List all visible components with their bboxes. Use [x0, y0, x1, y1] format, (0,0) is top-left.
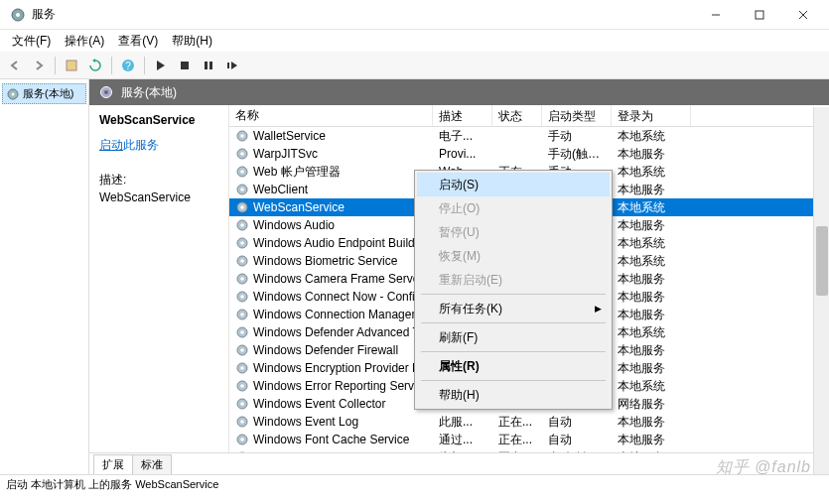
- gear-icon: [235, 397, 249, 411]
- svg-point-34: [240, 277, 244, 281]
- col-logon[interactable]: 登录为: [612, 105, 691, 126]
- context-menu-item[interactable]: 帮助(H): [417, 383, 610, 407]
- tree-root-label: 服务(本地): [23, 86, 73, 101]
- svg-point-50: [240, 420, 244, 424]
- context-menu-item: 停止(O): [417, 196, 610, 220]
- refresh-button[interactable]: [84, 55, 106, 76]
- context-menu-item: 重新启动(E): [417, 268, 610, 292]
- titlebar: 服务: [0, 0, 829, 30]
- service-logon: 本地系统: [612, 128, 691, 145]
- gear-icon: [235, 165, 249, 179]
- help-button[interactable]: ?: [117, 55, 139, 76]
- gear-icon: [235, 290, 249, 304]
- svg-rect-3: [756, 11, 763, 19]
- restart-button[interactable]: [221, 55, 243, 76]
- context-menu-item: 恢复(M): [417, 244, 610, 268]
- window-title: 服务: [32, 6, 56, 23]
- svg-point-44: [240, 366, 244, 370]
- service-logon: 本地服务: [612, 271, 691, 288]
- svg-point-14: [12, 92, 15, 95]
- pause-button[interactable]: [198, 55, 219, 76]
- scrollbar[interactable]: [813, 107, 829, 474]
- service-desc: 此服...: [433, 414, 492, 431]
- back-button[interactable]: [4, 55, 26, 76]
- service-name: Windows Error Reporting Service: [253, 379, 429, 393]
- service-logon: 本地服务: [612, 182, 691, 198]
- service-desc: Provi...: [433, 147, 492, 161]
- service-name: Windows Event Collector: [253, 397, 385, 411]
- svg-rect-11: [209, 62, 212, 69]
- col-desc[interactable]: 描述: [433, 105, 492, 126]
- forward-button[interactable]: [28, 55, 50, 76]
- start-button[interactable]: [150, 55, 172, 76]
- service-logon: 本地服务: [612, 289, 691, 306]
- tab-extended[interactable]: 扩展: [93, 454, 133, 474]
- detail-column: WebScanService 启动此服务 描述: WebScanService: [89, 105, 228, 452]
- close-button[interactable]: [781, 1, 825, 29]
- gear-icon: [235, 361, 249, 375]
- service-row[interactable]: Windows Event Log此服...正在...自动本地服务: [229, 413, 829, 431]
- context-menu-item[interactable]: 所有任务(K)▶: [417, 297, 610, 320]
- service-name: WebClient: [253, 183, 308, 196]
- menu-separator: [421, 380, 606, 381]
- service-row[interactable]: WalletService电子...手动本地系统: [229, 127, 829, 145]
- service-logon: 本地系统: [612, 324, 691, 341]
- gear-icon: [235, 200, 249, 214]
- gear-icon: [235, 379, 249, 393]
- service-logon: 本地服务: [612, 360, 691, 377]
- service-name: Windows Connection Manager: [253, 308, 415, 321]
- tree-root[interactable]: 服务(本地): [2, 83, 86, 104]
- svg-point-16: [104, 90, 108, 94]
- tab-standard[interactable]: 标准: [132, 454, 172, 474]
- stop-button[interactable]: [174, 55, 196, 76]
- service-desc: 通过...: [433, 432, 492, 448]
- svg-point-46: [240, 384, 244, 388]
- menu-view[interactable]: 查看(V): [112, 31, 164, 52]
- panel-header: 服务(本地): [89, 79, 829, 105]
- menu-separator: [421, 294, 606, 295]
- gear-icon: [235, 325, 249, 339]
- maximize-button[interactable]: [738, 1, 781, 29]
- service-name: Windows Camera Frame Server: [253, 272, 423, 286]
- selected-service-name: WebScanService: [99, 113, 218, 127]
- context-menu-item[interactable]: 属性(R): [417, 354, 610, 378]
- gear-icon: [7, 88, 19, 100]
- service-row[interactable]: WarpJITSvcProvi...手动(触发...本地服务: [229, 145, 829, 163]
- service-startup: 手动: [542, 128, 612, 145]
- menu-help[interactable]: 帮助(H): [166, 31, 218, 52]
- context-menu-item[interactable]: 刷新(F): [417, 325, 610, 349]
- svg-point-22: [240, 170, 244, 174]
- properties-button[interactable]: [61, 55, 82, 76]
- svg-point-28: [240, 223, 244, 227]
- menu-action[interactable]: 操作(A): [59, 31, 110, 52]
- service-row[interactable]: Windows Font Cache Service通过...正在...自动本地…: [229, 431, 829, 448]
- submenu-arrow-icon: ▶: [595, 304, 602, 314]
- service-logon: 网络服务: [612, 396, 691, 413]
- gear-icon: [235, 415, 249, 429]
- toolbar: ?: [0, 52, 829, 79]
- svg-point-24: [240, 188, 244, 191]
- service-name: Windows Audio: [253, 218, 335, 232]
- svg-point-18: [240, 134, 244, 138]
- gear-icon: [99, 85, 113, 99]
- svg-point-36: [240, 295, 244, 299]
- status-text: 启动 本地计算机 上的服务 WebScanService: [6, 477, 218, 492]
- tree-pane: 服务(本地): [0, 79, 89, 474]
- gear-icon: [235, 129, 249, 143]
- service-name: Windows Connect Now - Config Registrar: [253, 290, 433, 304]
- statusbar: 启动 本地计算机 上的服务 WebScanService: [0, 474, 829, 494]
- service-name: Windows Encryption Provider Host Service: [253, 361, 433, 375]
- col-name[interactable]: 名称: [229, 105, 433, 126]
- context-menu[interactable]: 启动(S)停止(O)暂停(U)恢复(M)重新启动(E)所有任务(K)▶刷新(F)…: [414, 170, 613, 410]
- gear-icon: [235, 343, 249, 357]
- start-link[interactable]: 启动此服务: [99, 137, 218, 154]
- context-menu-item[interactable]: 启动(S): [417, 173, 610, 196]
- col-status[interactable]: 状态: [492, 105, 542, 126]
- minimize-button[interactable]: [694, 1, 738, 29]
- svg-point-32: [240, 259, 244, 263]
- service-logon: 本地系统: [612, 253, 691, 270]
- menu-file[interactable]: 文件(F): [6, 31, 57, 52]
- service-startup: 自动: [542, 414, 612, 431]
- col-startup[interactable]: 启动类型: [542, 105, 612, 126]
- scroll-thumb[interactable]: [816, 226, 828, 296]
